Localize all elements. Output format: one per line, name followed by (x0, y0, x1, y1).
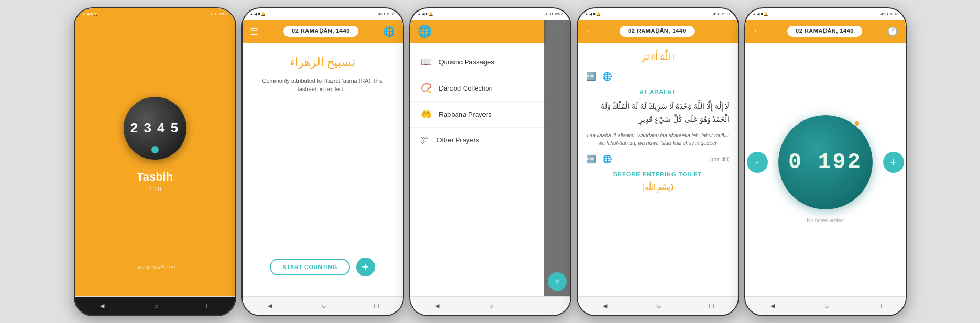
translate-icon-4b[interactable]: 🔤 (586, 154, 596, 164)
translate-icon-4a[interactable]: 🔤 (586, 72, 596, 81)
hamburger-icon[interactable]: ☰ (250, 26, 258, 37)
drawer-item-quranic[interactable]: 📖 Quranic Passages (410, 49, 546, 75)
app-title-1: Tasbih (137, 170, 173, 184)
drawer-item-label-rabbana: Rabbana Prayers (439, 110, 492, 118)
back-arrow-4[interactable]: ← (585, 26, 594, 37)
nav-back-3[interactable]: ◄ (434, 302, 441, 310)
phone4-content: ← 02 RAMAḌĀN, 1440 ٱللَّٰهُ أَكۡبَر 🔤 🌐 … (578, 20, 738, 296)
rabbana-icon: 🤲 (421, 109, 432, 120)
nav-recent-2[interactable]: □ (374, 302, 378, 310)
drawer-menu: 🌐 📖 Quranic Passages 📿 Darood Collection… (410, 20, 546, 296)
counter-digits-5: 0 192 (788, 150, 862, 175)
no-notes-5: No notes added (807, 218, 844, 224)
status-right-3: 4:31 6:07 (545, 12, 563, 16)
section-label-4-1: AT ARAFAT (586, 88, 730, 95)
date-badge-2: 02 RAMAḌĀN, 1440 (283, 26, 358, 37)
status-right-5: 4:31 6:07 (880, 12, 898, 16)
nav-recent-5[interactable]: □ (877, 302, 881, 310)
globe-icon-2[interactable]: 🌐 (383, 26, 395, 37)
top-bar-2: ☰ 02 RAMAḌĀN, 1440 🌐 (243, 20, 403, 43)
quranic-icon: 📖 (421, 57, 432, 68)
fab-plus-3[interactable]: + (548, 272, 567, 291)
section-label-4-2: BEFORE ENTERING TOILET (586, 171, 730, 177)
status-bar-2: ▲ ◀ ■ 🔔 4:31 6:07 (243, 8, 403, 20)
globe-icon-4[interactable]: 🌐 (602, 72, 612, 81)
start-counting-button[interactable]: START COUNTING (270, 259, 350, 275)
status-left-2: ▲ ◀ ■ 🔔 (250, 12, 266, 16)
status-bar-1: ▲ ◀ ■ 🔔 4:31 6:07 (75, 8, 235, 20)
minus-button-5[interactable]: - (747, 152, 768, 173)
counter-display-area: - 0 192 + No notes added (745, 43, 906, 296)
card-content-2: تسبيح الزهراء Commonly attributed to Haz… (243, 43, 403, 296)
other-icon: 🕊 (421, 135, 430, 146)
translate-row-4: 🔤 🌐 (586, 70, 730, 83)
app-version-1: 2.1.0 (148, 186, 161, 192)
back-arrow-5[interactable]: ← (753, 26, 762, 37)
arabic-section2-4: (بِسْمِ اللّٰهِ) (586, 183, 730, 191)
nav-bar-4: ◄ ○ □ (578, 296, 738, 315)
phone-2: ▲ ◀ ■ 🔔 4:31 6:07 ☰ 02 RAMAḌĀN, 1440 🌐 ت… (241, 7, 404, 316)
phone-3: ▲ ◀ ■ 🔔 4:31 6:07 🌐 📖 Quranic Passages 📿… (409, 7, 571, 316)
top-bar-4: ← 02 RAMAḌĀN, 1440 (578, 20, 738, 43)
phone2-content: ☰ 02 RAMAḌĀN, 1440 🌐 تسبيح الزهراء Commo… (243, 20, 403, 296)
arabic-main-4: لَا إِلَٰهَ إِلَّا اللَّٰهُ وَحْدَهُ لَا… (586, 100, 730, 126)
nav-recent-3[interactable]: □ (542, 302, 546, 310)
card-desc-2: Commonly attributed to Hazrat 'atima (RA… (253, 76, 392, 94)
reference-4: (Tirmidhi) (710, 157, 730, 162)
drawer-item-rabbana[interactable]: 🤲 Rabbana Prayers (410, 102, 546, 128)
nav-home-5[interactable]: ○ (824, 302, 829, 310)
drawer-item-label-darood: Darood Collection (439, 84, 493, 92)
status-left-5: ▲ ◀ ■ 🔔 (753, 12, 769, 16)
date-badge-4: 02 RAMAḌĀN, 1440 (620, 26, 695, 37)
phone1-background: 2 3 4 5 Tasbih 2.1.0 AN AspiraSoft APP (75, 8, 235, 296)
phone-5: ▲ ◀ ■ 🔔 4:31 6:07 ← 02 RAMAḌĀN, 1440 🕐 -… (744, 7, 907, 316)
nav-home-3[interactable]: ○ (489, 302, 493, 310)
phone-1: ▲ ◀ ■ 🔔 4:31 6:07 2 3 4 5 Tasbih 2.1.0 A… (74, 7, 236, 316)
globe-icon-3[interactable]: 🌐 (417, 25, 432, 38)
status-left-1: ▲ ◀ ■ 🔔 (82, 12, 98, 16)
nav-bar-3: ◄ ○ □ (410, 296, 570, 315)
plus-button-2[interactable]: + (356, 258, 375, 276)
globe-icon-4b[interactable]: 🌐 (602, 154, 612, 164)
counter-row: - 0 192 + (747, 115, 904, 209)
counter-display-1: 2 3 4 5 (130, 120, 180, 136)
phones-container: ▲ ◀ ■ 🔔 4:31 6:07 2 3 4 5 Tasbih 2.1.0 A… (69, 2, 912, 321)
arabic-top-4: ٱللَّٰهُ أَكۡبَر (586, 50, 730, 64)
nav-back-5[interactable]: ◄ (769, 302, 776, 310)
status-left-4: ▲ ◀ ■ 🔔 (585, 12, 601, 16)
status-bar-3: ▲ ◀ ■ 🔔 4:31 6:07 (410, 8, 570, 20)
nav-home-2[interactable]: ○ (322, 302, 326, 310)
drawer-overlay-right: + (544, 20, 570, 296)
tasbih-bead (151, 146, 159, 153)
drawer-items: 📖 Quranic Passages 📿 Darood Collection 🤲… (410, 43, 546, 160)
arabic-title-2: تسبيح الزهراء (290, 55, 355, 69)
date-badge-5: 02 RAMAḌĀN, 1440 (787, 26, 862, 37)
drawer-item-label-quranic: Quranic Passages (439, 58, 494, 66)
translate-row-4b: 🔤 🌐 (Tirmidhi) (586, 152, 730, 166)
nav-home-4[interactable]: ○ (657, 302, 661, 310)
phone3-content: 🌐 📖 Quranic Passages 📿 Darood Collection… (410, 20, 570, 296)
counter-tick-5 (855, 121, 859, 126)
tasbih-circle[interactable]: 2 3 4 5 (124, 97, 186, 160)
status-right-4: 4:31 6:07 (713, 12, 730, 16)
plus-button-5[interactable]: + (883, 152, 904, 173)
nav-back-1[interactable]: ◄ (98, 302, 106, 310)
app-credit-1: AN AspiraSoft APP (135, 265, 174, 270)
status-right-2: 4:31 6:07 (378, 12, 395, 16)
nav-back-4[interactable]: ◄ (601, 302, 609, 310)
nav-bar-1: ◄ ○ □ (75, 296, 235, 315)
drawer-item-other[interactable]: 🕊 Other Prayers (410, 128, 546, 153)
nav-back-2[interactable]: ◄ (266, 302, 273, 310)
status-bar-5: ▲ ◀ ■ 🔔 4:31 6:07 (745, 8, 906, 20)
phone-4: ▲ ◀ ■ 🔔 4:31 6:07 ← 02 RAMAḌĀN, 1440 ٱلل… (577, 7, 739, 316)
nav-recent-1[interactable]: □ (206, 302, 211, 310)
drawer-item-darood[interactable]: 📿 Darood Collection (410, 75, 546, 102)
nav-bar-2: ◄ ○ □ (243, 296, 403, 315)
teal-circle-5[interactable]: 0 192 (778, 115, 873, 209)
scroll-content-4: ٱللَّٰهُ أَكۡبَر 🔤 🌐 AT ARAFAT لَا إِلَٰ… (578, 43, 738, 296)
clock-icon-5[interactable]: 🕐 (887, 26, 898, 36)
nav-recent-4[interactable]: □ (709, 302, 713, 310)
drawer-header: 🌐 (410, 20, 546, 43)
nav-home-1[interactable]: ○ (154, 302, 158, 310)
nav-bar-5: ◄ ○ □ (745, 296, 906, 315)
